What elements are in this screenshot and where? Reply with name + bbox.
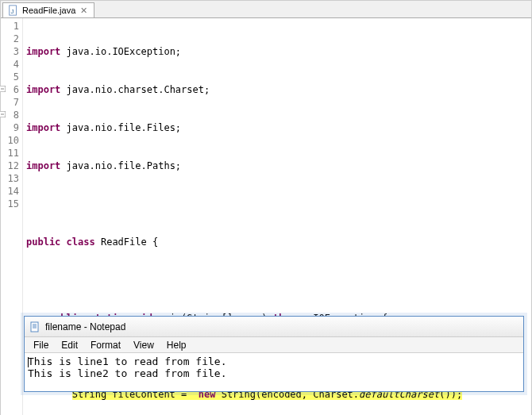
menu-view[interactable]: View (128, 339, 160, 352)
fold-minus-icon[interactable] (0, 111, 6, 117)
editor-tab-readfile[interactable]: J ReadFile.java ✕ (2, 2, 94, 17)
editor-tab-label: ReadFile.java (22, 6, 75, 15)
menu-help[interactable]: Help (161, 339, 192, 352)
fold-minus-icon[interactable] (0, 86, 6, 92)
notepad-menu-bar: File Edit Format View Help (25, 337, 523, 353)
menu-edit[interactable]: Edit (56, 339, 83, 352)
notepad-window[interactable]: filename - Notepad File Edit Format View… (24, 316, 524, 392)
menu-file[interactable]: File (28, 339, 54, 352)
svg-text:J: J (11, 8, 14, 15)
gutter-line: 1 (1, 20, 19, 33)
notepad-text-area[interactable]: This is line1 to read from file. This is… (25, 353, 523, 391)
java-file-icon: J (8, 5, 19, 16)
menu-format[interactable]: Format (85, 339, 126, 352)
svg-rect-8 (31, 322, 38, 332)
line-number-gutter: 1 2 3 4 5 6 7 8 9 10 11 12 13 14 15 (1, 18, 23, 415)
editor-tab-bar: J ReadFile.java ✕ (1, 1, 531, 18)
notepad-titlebar[interactable]: filename - Notepad (25, 317, 523, 337)
close-icon[interactable]: ✕ (79, 6, 89, 16)
notepad-icon (29, 321, 40, 332)
notepad-title-text: filename - Notepad (45, 321, 125, 332)
